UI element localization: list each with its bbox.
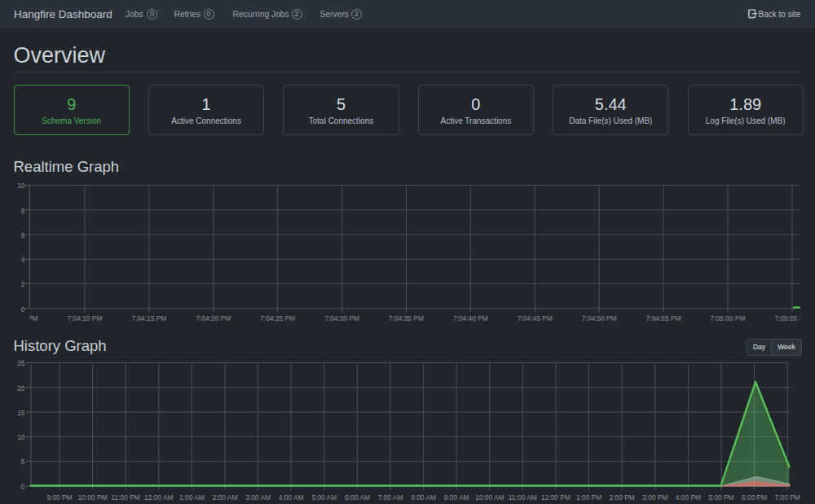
svg-text:11:00 PM: 11:00 PM <box>112 493 140 502</box>
svg-text:7:04:35 PM: 7:04:35 PM <box>389 314 424 322</box>
svg-text:9:00 PM: 9:00 PM <box>46 493 72 502</box>
svg-text:10:00 PM: 10:00 PM <box>78 493 108 502</box>
svg-text:4:00 PM: 4:00 PM <box>676 493 701 502</box>
svg-text:2: 2 <box>21 280 25 288</box>
svg-text:7:04:50 PM: 7:04:50 PM <box>582 314 617 322</box>
svg-text:10:00 AM: 10:00 AM <box>475 493 504 502</box>
svg-text:6: 6 <box>21 231 25 239</box>
svg-text:7:04:10 PM: 7:04:10 PM <box>68 314 103 322</box>
svg-text:10: 10 <box>17 433 25 441</box>
svg-text:12:00 PM: 12:00 PM <box>541 493 570 502</box>
svg-text:10: 10 <box>17 182 25 190</box>
svg-text:8: 8 <box>21 207 25 215</box>
svg-text:7:05:00 PM: 7:05:00 PM <box>711 314 746 322</box>
svg-text:7:00 AM: 7:00 AM <box>378 493 403 502</box>
svg-text:4: 4 <box>21 256 25 264</box>
svg-text:11:00 AM: 11:00 AM <box>509 493 537 502</box>
svg-text:2:00 AM: 2:00 AM <box>213 493 238 502</box>
svg-text:4:00 AM: 4:00 AM <box>279 493 304 502</box>
svg-text:6:00 PM: 6:00 PM <box>742 493 767 502</box>
svg-text:5:00 AM: 5:00 AM <box>311 493 337 502</box>
svg-text:7:04:30 PM: 7:04:30 PM <box>324 314 359 322</box>
svg-text:7:04:40 PM: 7:04:40 PM <box>453 314 488 322</box>
svg-text:6:00 AM: 6:00 AM <box>345 493 370 502</box>
svg-text:7:04:05 PM: 7:04:05 PM <box>3 314 38 322</box>
svg-text:7:04:25 PM: 7:04:25 PM <box>260 314 295 322</box>
svg-text:7:05:05 PM: 7:05:05 PM <box>774 314 809 322</box>
svg-text:1:00 AM: 1:00 AM <box>179 493 205 502</box>
svg-text:25: 25 <box>17 359 25 367</box>
svg-text:2:00 PM: 2:00 PM <box>610 493 635 502</box>
svg-text:7:04:55 PM: 7:04:55 PM <box>646 314 681 322</box>
svg-text:7:04:20 PM: 7:04:20 PM <box>196 314 231 322</box>
svg-text:7:04:15 PM: 7:04:15 PM <box>131 314 166 322</box>
svg-text:12:00 AM: 12:00 AM <box>144 493 173 502</box>
svg-text:1:00 PM: 1:00 PM <box>576 493 601 502</box>
svg-text:20: 20 <box>17 384 25 392</box>
svg-text:9:00 AM: 9:00 AM <box>444 493 469 502</box>
svg-text:8:00 AM: 8:00 AM <box>411 493 436 502</box>
svg-text:5: 5 <box>21 458 25 466</box>
svg-text:3:00 PM: 3:00 PM <box>642 493 667 502</box>
svg-text:15: 15 <box>17 409 25 417</box>
svg-text:7:00 PM: 7:00 PM <box>775 493 800 502</box>
svg-text:0: 0 <box>21 305 25 313</box>
svg-text:5:00 PM: 5:00 PM <box>708 493 734 502</box>
svg-text:7:04:45 PM: 7:04:45 PM <box>518 314 553 322</box>
svg-text:0: 0 <box>21 483 25 491</box>
svg-text:3:00 AM: 3:00 AM <box>245 493 271 502</box>
